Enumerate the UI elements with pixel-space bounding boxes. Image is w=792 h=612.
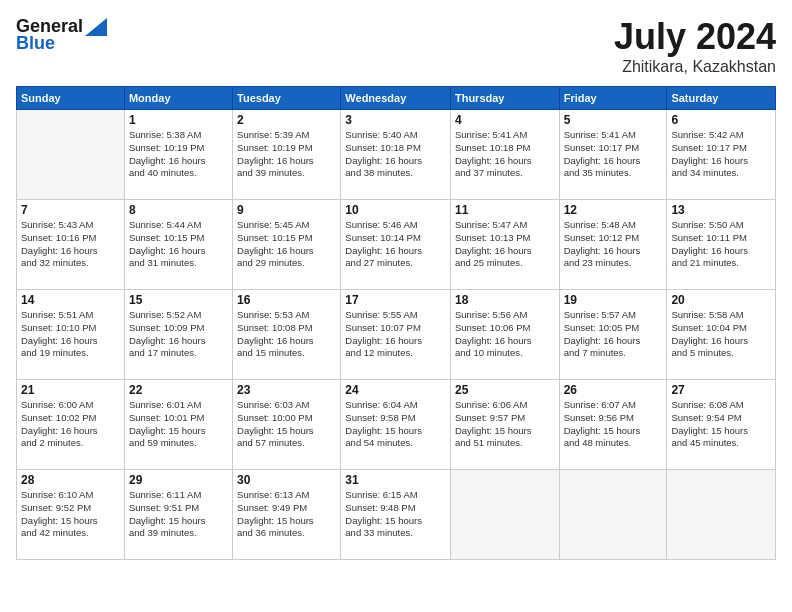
calendar-cell: 14Sunrise: 5:51 AM Sunset: 10:10 PM Dayl… xyxy=(17,290,125,380)
calendar-cell: 9Sunrise: 5:45 AM Sunset: 10:15 PM Dayli… xyxy=(233,200,341,290)
day-number: 6 xyxy=(671,113,771,127)
calendar-cell: 15Sunrise: 5:52 AM Sunset: 10:09 PM Dayl… xyxy=(124,290,232,380)
header-cell-sunday: Sunday xyxy=(17,87,125,110)
day-info: Sunrise: 6:00 AM Sunset: 10:02 PM Daylig… xyxy=(21,399,120,450)
day-info: Sunrise: 6:01 AM Sunset: 10:01 PM Daylig… xyxy=(129,399,228,450)
day-number: 26 xyxy=(564,383,663,397)
calendar-cell: 17Sunrise: 5:55 AM Sunset: 10:07 PM Dayl… xyxy=(341,290,451,380)
day-number: 27 xyxy=(671,383,771,397)
header-cell-tuesday: Tuesday xyxy=(233,87,341,110)
calendar-cell: 20Sunrise: 5:58 AM Sunset: 10:04 PM Dayl… xyxy=(667,290,776,380)
day-number: 23 xyxy=(237,383,336,397)
header-cell-thursday: Thursday xyxy=(450,87,559,110)
week-row-2: 7Sunrise: 5:43 AM Sunset: 10:16 PM Dayli… xyxy=(17,200,776,290)
day-info: Sunrise: 6:08 AM Sunset: 9:54 PM Dayligh… xyxy=(671,399,771,450)
day-info: Sunrise: 5:53 AM Sunset: 10:08 PM Daylig… xyxy=(237,309,336,360)
day-info: Sunrise: 5:57 AM Sunset: 10:05 PM Daylig… xyxy=(564,309,663,360)
calendar-cell: 18Sunrise: 5:56 AM Sunset: 10:06 PM Dayl… xyxy=(450,290,559,380)
day-number: 28 xyxy=(21,473,120,487)
calendar-cell: 1Sunrise: 5:38 AM Sunset: 10:19 PM Dayli… xyxy=(124,110,232,200)
day-info: Sunrise: 5:55 AM Sunset: 10:07 PM Daylig… xyxy=(345,309,446,360)
day-number: 10 xyxy=(345,203,446,217)
day-number: 12 xyxy=(564,203,663,217)
day-info: Sunrise: 5:56 AM Sunset: 10:06 PM Daylig… xyxy=(455,309,555,360)
calendar-cell: 31Sunrise: 6:15 AM Sunset: 9:48 PM Dayli… xyxy=(341,470,451,560)
calendar-cell xyxy=(17,110,125,200)
calendar-cell: 13Sunrise: 5:50 AM Sunset: 10:11 PM Dayl… xyxy=(667,200,776,290)
calendar-body: 1Sunrise: 5:38 AM Sunset: 10:19 PM Dayli… xyxy=(17,110,776,560)
logo-icon xyxy=(85,18,107,36)
week-row-5: 28Sunrise: 6:10 AM Sunset: 9:52 PM Dayli… xyxy=(17,470,776,560)
day-info: Sunrise: 5:46 AM Sunset: 10:14 PM Daylig… xyxy=(345,219,446,270)
subtitle: Zhitikara, Kazakhstan xyxy=(614,58,776,76)
day-number: 29 xyxy=(129,473,228,487)
calendar-cell: 19Sunrise: 5:57 AM Sunset: 10:05 PM Dayl… xyxy=(559,290,667,380)
calendar-cell: 3Sunrise: 5:40 AM Sunset: 10:18 PM Dayli… xyxy=(341,110,451,200)
day-info: Sunrise: 6:15 AM Sunset: 9:48 PM Dayligh… xyxy=(345,489,446,540)
day-number: 7 xyxy=(21,203,120,217)
day-info: Sunrise: 5:43 AM Sunset: 10:16 PM Daylig… xyxy=(21,219,120,270)
calendar-cell: 16Sunrise: 5:53 AM Sunset: 10:08 PM Dayl… xyxy=(233,290,341,380)
calendar-cell: 30Sunrise: 6:13 AM Sunset: 9:49 PM Dayli… xyxy=(233,470,341,560)
calendar-cell: 10Sunrise: 5:46 AM Sunset: 10:14 PM Dayl… xyxy=(341,200,451,290)
calendar-cell: 23Sunrise: 6:03 AM Sunset: 10:00 PM Dayl… xyxy=(233,380,341,470)
day-info: Sunrise: 5:44 AM Sunset: 10:15 PM Daylig… xyxy=(129,219,228,270)
calendar-cell: 12Sunrise: 5:48 AM Sunset: 10:12 PM Dayl… xyxy=(559,200,667,290)
calendar-cell: 24Sunrise: 6:04 AM Sunset: 9:58 PM Dayli… xyxy=(341,380,451,470)
day-number: 19 xyxy=(564,293,663,307)
day-info: Sunrise: 5:40 AM Sunset: 10:18 PM Daylig… xyxy=(345,129,446,180)
calendar-cell: 27Sunrise: 6:08 AM Sunset: 9:54 PM Dayli… xyxy=(667,380,776,470)
calendar-cell: 25Sunrise: 6:06 AM Sunset: 9:57 PM Dayli… xyxy=(450,380,559,470)
title-block: July 2024 Zhitikara, Kazakhstan xyxy=(614,16,776,76)
calendar-cell: 5Sunrise: 5:41 AM Sunset: 10:17 PM Dayli… xyxy=(559,110,667,200)
day-number: 15 xyxy=(129,293,228,307)
header: General Blue July 2024 Zhitikara, Kazakh… xyxy=(16,16,776,76)
day-info: Sunrise: 5:52 AM Sunset: 10:09 PM Daylig… xyxy=(129,309,228,360)
calendar-cell: 2Sunrise: 5:39 AM Sunset: 10:19 PM Dayli… xyxy=(233,110,341,200)
day-info: Sunrise: 5:58 AM Sunset: 10:04 PM Daylig… xyxy=(671,309,771,360)
day-info: Sunrise: 6:13 AM Sunset: 9:49 PM Dayligh… xyxy=(237,489,336,540)
header-row: SundayMondayTuesdayWednesdayThursdayFrid… xyxy=(17,87,776,110)
day-number: 14 xyxy=(21,293,120,307)
day-number: 16 xyxy=(237,293,336,307)
day-number: 31 xyxy=(345,473,446,487)
calendar-cell: 26Sunrise: 6:07 AM Sunset: 9:56 PM Dayli… xyxy=(559,380,667,470)
day-info: Sunrise: 5:41 AM Sunset: 10:17 PM Daylig… xyxy=(564,129,663,180)
header-cell-friday: Friday xyxy=(559,87,667,110)
logo: General Blue xyxy=(16,16,107,54)
calendar-cell: 8Sunrise: 5:44 AM Sunset: 10:15 PM Dayli… xyxy=(124,200,232,290)
day-number: 25 xyxy=(455,383,555,397)
day-info: Sunrise: 6:07 AM Sunset: 9:56 PM Dayligh… xyxy=(564,399,663,450)
calendar-cell xyxy=(559,470,667,560)
day-number: 4 xyxy=(455,113,555,127)
day-info: Sunrise: 5:41 AM Sunset: 10:18 PM Daylig… xyxy=(455,129,555,180)
day-number: 20 xyxy=(671,293,771,307)
calendar-cell: 7Sunrise: 5:43 AM Sunset: 10:16 PM Dayli… xyxy=(17,200,125,290)
calendar-table: SundayMondayTuesdayWednesdayThursdayFrid… xyxy=(16,86,776,560)
calendar-cell: 22Sunrise: 6:01 AM Sunset: 10:01 PM Dayl… xyxy=(124,380,232,470)
day-info: Sunrise: 5:39 AM Sunset: 10:19 PM Daylig… xyxy=(237,129,336,180)
calendar-cell xyxy=(667,470,776,560)
day-info: Sunrise: 6:10 AM Sunset: 9:52 PM Dayligh… xyxy=(21,489,120,540)
header-cell-monday: Monday xyxy=(124,87,232,110)
day-info: Sunrise: 6:04 AM Sunset: 9:58 PM Dayligh… xyxy=(345,399,446,450)
day-info: Sunrise: 5:38 AM Sunset: 10:19 PM Daylig… xyxy=(129,129,228,180)
day-number: 30 xyxy=(237,473,336,487)
day-number: 24 xyxy=(345,383,446,397)
day-info: Sunrise: 6:03 AM Sunset: 10:00 PM Daylig… xyxy=(237,399,336,450)
day-number: 5 xyxy=(564,113,663,127)
day-number: 9 xyxy=(237,203,336,217)
header-cell-wednesday: Wednesday xyxy=(341,87,451,110)
day-info: Sunrise: 5:45 AM Sunset: 10:15 PM Daylig… xyxy=(237,219,336,270)
calendar-cell: 11Sunrise: 5:47 AM Sunset: 10:13 PM Dayl… xyxy=(450,200,559,290)
logo-blue: Blue xyxy=(16,33,55,54)
calendar-cell: 28Sunrise: 6:10 AM Sunset: 9:52 PM Dayli… xyxy=(17,470,125,560)
week-row-1: 1Sunrise: 5:38 AM Sunset: 10:19 PM Dayli… xyxy=(17,110,776,200)
day-info: Sunrise: 6:06 AM Sunset: 9:57 PM Dayligh… xyxy=(455,399,555,450)
calendar-cell xyxy=(450,470,559,560)
day-info: Sunrise: 5:42 AM Sunset: 10:17 PM Daylig… xyxy=(671,129,771,180)
calendar-cell: 4Sunrise: 5:41 AM Sunset: 10:18 PM Dayli… xyxy=(450,110,559,200)
day-info: Sunrise: 5:47 AM Sunset: 10:13 PM Daylig… xyxy=(455,219,555,270)
day-info: Sunrise: 5:48 AM Sunset: 10:12 PM Daylig… xyxy=(564,219,663,270)
day-info: Sunrise: 5:51 AM Sunset: 10:10 PM Daylig… xyxy=(21,309,120,360)
